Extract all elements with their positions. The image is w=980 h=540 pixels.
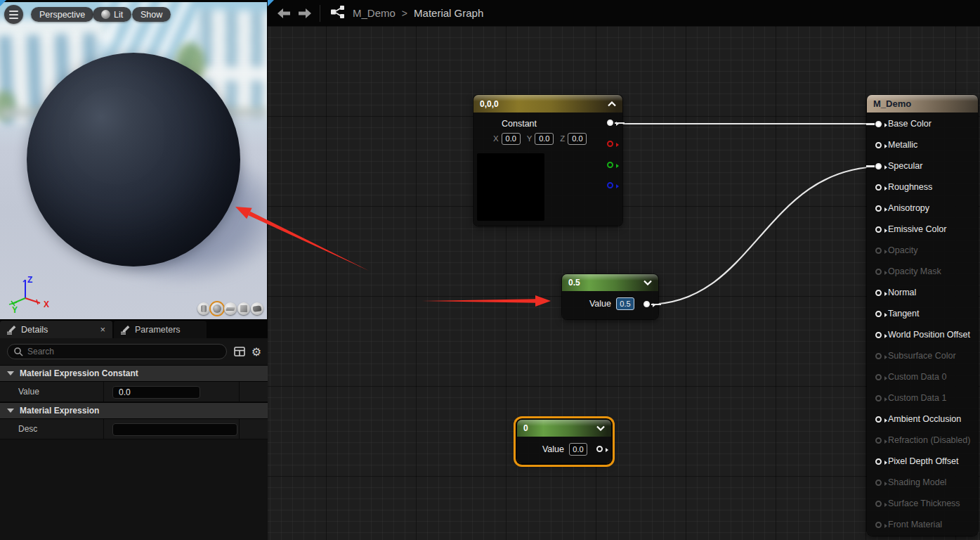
material-pin-row[interactable]: Pixel Depth Offset xyxy=(867,451,978,472)
material-pin-row[interactable]: Base Color xyxy=(867,113,978,134)
pin-circle-icon[interactable] xyxy=(875,184,882,191)
output-pin[interactable] xyxy=(596,446,603,452)
pin-label: World Position Offset xyxy=(888,330,970,340)
pin-circle-icon[interactable] xyxy=(875,480,882,486)
material-pin-row[interactable]: Metallic xyxy=(867,134,978,155)
node-constant-0-header[interactable]: 0 xyxy=(517,420,611,437)
pin-circle-icon[interactable] xyxy=(875,374,882,380)
pin-circle-icon[interactable] xyxy=(875,353,882,359)
node-constant3vector[interactable]: 0,0,0 Constant X 0.0 Y 0.0 Z 0.0 xyxy=(473,95,622,226)
output-pin-red[interactable] xyxy=(607,141,613,147)
breadcrumb-root[interactable]: M_Demo xyxy=(353,7,396,19)
pin-circle-icon[interactable] xyxy=(875,395,882,401)
material-pin-row[interactable]: Anisotropy xyxy=(867,198,978,219)
pin-circle-icon[interactable] xyxy=(875,205,882,212)
forward-arrow-button[interactable] xyxy=(294,5,315,22)
material-pin-row[interactable]: World Position Offset xyxy=(867,324,978,345)
pin-circle-icon[interactable] xyxy=(875,311,882,317)
node-constant3vector-header[interactable]: 0,0,0 xyxy=(473,95,622,112)
value-field[interactable]: 0.0 xyxy=(569,443,587,456)
material-pin-row[interactable]: Refraction (Disabled) xyxy=(867,430,978,451)
mesh-sphere-button[interactable] xyxy=(211,302,223,315)
output-pin-blue[interactable] xyxy=(607,182,613,188)
node-constant-05-header[interactable]: 0.5 xyxy=(562,274,658,291)
pin-circle-icon[interactable] xyxy=(875,142,882,148)
show-button[interactable]: Show xyxy=(132,7,171,22)
pin-circle-icon[interactable] xyxy=(875,501,882,507)
pin-circle-icon[interactable] xyxy=(875,522,882,528)
chevron-down-icon[interactable] xyxy=(643,280,652,285)
z-value-field[interactable]: 0.0 xyxy=(568,133,587,145)
material-pin-row[interactable]: Roughness xyxy=(867,176,978,198)
mesh-teapot-button[interactable] xyxy=(251,302,263,315)
section-material-expression-constant[interactable]: Material Expression Constant xyxy=(0,365,268,382)
lit-sphere-icon xyxy=(101,10,110,19)
material-pin-row[interactable]: Front Material xyxy=(867,514,978,535)
panel-corner-marker xyxy=(268,0,274,6)
material-pin-row[interactable]: Tangent xyxy=(867,303,978,324)
preview-3d-scene[interactable]: Perspective Lit Show Z X xyxy=(0,2,267,319)
tab-details[interactable]: Details × xyxy=(0,321,112,338)
y-value-field[interactable]: 0.0 xyxy=(535,133,554,145)
material-pin-row[interactable]: Normal xyxy=(867,282,978,303)
material-pin-row[interactable]: Opacity Mask xyxy=(867,261,978,282)
lit-label: Lit xyxy=(114,10,123,20)
search-box[interactable] xyxy=(7,344,227,359)
pin-circle-icon[interactable] xyxy=(875,269,882,275)
node-material-result-header[interactable]: M_Demo xyxy=(867,95,978,112)
pin-label: Opacity Mask xyxy=(888,266,941,276)
x-label: X xyxy=(493,134,499,143)
desc-input[interactable] xyxy=(112,423,237,436)
tab-parameters[interactable]: Parameters xyxy=(114,321,207,338)
display-filter-icon[interactable] xyxy=(233,345,247,358)
material-pin-row[interactable]: Ambient Occlusion xyxy=(867,409,978,430)
node-graph-icon xyxy=(330,5,346,22)
mesh-plane-button[interactable] xyxy=(224,302,237,315)
pin-label: Custom Data 0 xyxy=(888,372,946,382)
pin-circle-icon[interactable] xyxy=(875,226,882,233)
material-pin-row[interactable]: Emissive Color xyxy=(867,219,978,240)
x-value-field[interactable]: 0.0 xyxy=(502,133,521,145)
pin-circle-icon[interactable] xyxy=(875,416,882,423)
section-material-expression[interactable]: Material Expression xyxy=(0,402,268,419)
tab-close-icon[interactable]: × xyxy=(100,325,105,334)
pin-circle-icon[interactable] xyxy=(875,290,882,296)
settings-gear-icon[interactable]: ⚙ xyxy=(249,345,263,358)
value-field[interactable]: 0.5 xyxy=(616,297,634,310)
material-pin-row[interactable]: Shading Model xyxy=(867,472,978,493)
pin-circle-icon[interactable] xyxy=(875,121,882,127)
pin-circle-icon[interactable] xyxy=(875,458,882,465)
node-constant-0-selected[interactable]: 0 Value 0.0 xyxy=(517,420,611,463)
axis-z-label: Z xyxy=(27,275,32,285)
search-input[interactable] xyxy=(27,347,221,356)
chevron-down-icon[interactable] xyxy=(596,425,605,431)
pin-label: Shading Model xyxy=(888,477,946,487)
pin-circle-icon[interactable] xyxy=(875,437,882,444)
lit-mode-button[interactable]: Lit xyxy=(93,7,131,22)
material-pin-row[interactable]: Surface Thickness xyxy=(867,493,978,514)
material-pin-row[interactable]: Custom Data 0 xyxy=(867,366,978,387)
material-pin-row[interactable]: Opacity xyxy=(867,240,978,261)
node-constant-05[interactable]: 0.5 Value 0.5 xyxy=(562,274,658,319)
material-pin-row[interactable]: Custom Data 1 xyxy=(867,387,978,409)
preview-sphere xyxy=(27,53,240,266)
preview-mesh-buttons xyxy=(197,302,263,315)
value-input[interactable] xyxy=(112,386,200,399)
pin-circle-icon[interactable] xyxy=(875,248,882,254)
node-material-result[interactable]: M_Demo Base Color Metallic xyxy=(867,95,978,536)
material-pin-row[interactable]: Subsurface Color xyxy=(867,345,978,366)
mesh-cylinder-button[interactable] xyxy=(197,302,210,315)
mesh-cube-button[interactable] xyxy=(237,302,250,315)
output-pin-green[interactable] xyxy=(607,162,613,168)
pin-circle-icon[interactable] xyxy=(875,332,882,338)
viewport-menu-button[interactable] xyxy=(4,5,23,24)
perspective-button[interactable]: Perspective xyxy=(31,7,93,22)
material-pin-row[interactable]: Specular xyxy=(867,155,978,176)
chevron-up-icon[interactable] xyxy=(608,101,616,107)
breadcrumb-current: Material Graph xyxy=(414,7,483,19)
output-pin-rgb[interactable] xyxy=(607,120,613,126)
back-arrow-button[interactable] xyxy=(273,5,294,22)
pin-circle-icon[interactable] xyxy=(875,163,882,169)
output-pin[interactable] xyxy=(643,301,650,307)
preview-viewport-panel[interactable]: Perspective Lit Show Z X xyxy=(0,0,268,320)
